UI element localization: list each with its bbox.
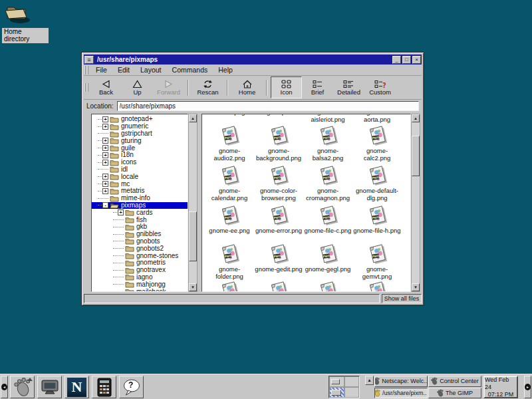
tree-item-i18n[interactable]: +i18n <box>92 152 188 159</box>
minimize-button[interactable]: _ <box>392 56 401 64</box>
file-partially-visible[interactable]: PNG <box>254 281 303 292</box>
tree-item-gnotravex[interactable]: gnotravex <box>92 267 188 274</box>
file-gnome-balsa2.png[interactable]: PNGgnome-balsa2.png <box>303 125 352 162</box>
toolbar-button-brief[interactable]: Brief <box>302 76 333 98</box>
tree-item-cards[interactable]: +cards <box>92 209 188 216</box>
expand-expander-icon[interactable]: + <box>102 174 108 180</box>
file-gnome-gedit.png[interactable]: PNGgnome-gedit.png <box>254 243 303 273</box>
task-button-the-gimp[interactable]: The GIMP <box>428 388 481 399</box>
tree-item-metatris[interactable]: +metatris <box>92 188 188 195</box>
tree-item-gnumeric[interactable]: +gnumeric <box>92 123 188 130</box>
tree-item-mailcheck[interactable]: mailcheck <box>92 288 188 292</box>
clock-applet[interactable]: Wed Feb 24 07:12 PM <box>483 376 518 398</box>
menu-file[interactable]: File <box>90 65 112 75</box>
menubar-grip-handle[interactable] <box>84 66 88 74</box>
tree-item-gnotepad+[interactable]: +gnotepad+ <box>92 116 188 123</box>
toolbar-button-back[interactable]: Back <box>90 76 122 98</box>
menu-edit[interactable]: Edit <box>112 65 135 75</box>
expand-expander-icon[interactable]: + <box>102 116 108 122</box>
expand-expander-icon[interactable]: + <box>102 145 108 151</box>
file-gnome-calc2.png[interactable]: PNGgnome-calc2.png <box>352 125 402 162</box>
expand-expander-icon[interactable]: + <box>102 188 108 194</box>
file-gnome-file-c.png[interactable]: PNGgnome-file-c.png <box>303 205 352 235</box>
tree-item-gnome-stones[interactable]: gnome-stones <box>92 252 188 259</box>
tree-item-mahjongg[interactable]: mahjongg <box>92 281 188 288</box>
file-gnome-folder.png[interactable]: PNGgnome-folder.png <box>205 243 254 280</box>
files-scrollbar-thumb[interactable] <box>412 136 420 176</box>
file-gnome-gemvt.png[interactable]: PNGgnome-gemvt.png <box>352 243 402 280</box>
file-gnome-audio2.png[interactable]: PNGgnome-audio2.png <box>205 125 254 162</box>
toolbar-button-rescan[interactable]: Rescan <box>192 76 223 98</box>
file-gnome-file-h.png[interactable]: PNGgnome-file-h.png <box>352 205 402 235</box>
scroll-up-arrow[interactable]: ▲ <box>412 114 420 122</box>
tree-item-icons[interactable]: +icons <box>92 159 188 166</box>
file-partially-visible[interactable]: PNG <box>205 281 254 292</box>
workspace-1[interactable] <box>329 376 344 387</box>
tree-scrollbar-thumb[interactable] <box>189 211 197 261</box>
workspace-4[interactable] <box>344 387 360 398</box>
tree-item-mc[interactable]: +mc <box>92 180 188 188</box>
file-partially-visible[interactable]: PNG <box>303 281 352 292</box>
file-gnome-color-browser.png[interactable]: PNGgnome-color-browser.png <box>254 165 303 201</box>
collapse-expander-icon[interactable]: - <box>102 202 108 208</box>
tree-item-gstripchart[interactable]: gstripchart <box>92 130 188 138</box>
workspace-pager[interactable] <box>329 376 360 398</box>
scroll-up-arrow[interactable]: ▲ <box>189 114 197 122</box>
scroll-down-arrow[interactable]: ▼ <box>189 283 197 291</box>
toolbar-button-up[interactable]: Up <box>122 76 153 98</box>
toolbar-button-detailed[interactable]: Detailed <box>333 76 364 98</box>
files-scrollbar[interactable]: ▲ ▼ <box>411 114 420 292</box>
tree-item-iagno[interactable]: iagno <box>92 274 188 281</box>
panel-hide-left-button[interactable]: ◂ <box>1 376 8 398</box>
scroll-down-arrow[interactable]: ▼ <box>412 283 420 291</box>
file-gkb.xpm[interactable]: PNGgkb.xpm <box>254 114 303 116</box>
file-gnome-aisleriot.png[interactable]: PNGgnome-aisleriot.png <box>303 114 352 123</box>
expand-expander-icon[interactable]: + <box>102 152 108 158</box>
calculator-launcher[interactable] <box>92 376 116 398</box>
tree-item-locale[interactable]: +locale <box>92 173 188 180</box>
task-button--usr-share-pixm-[interactable]: /usr/share/pixm... <box>374 388 428 399</box>
toolbar-button-forward[interactable]: Forward <box>153 76 184 98</box>
gnome-main-menu-button[interactable] <box>10 376 35 398</box>
task-button-control-center[interactable]: Control Center <box>428 376 481 387</box>
tree-item-gnobots2[interactable]: gnobots2 <box>92 245 188 252</box>
home-directory-shortcut[interactable]: Home directory <box>2 2 49 44</box>
file-gnome-aorta.png[interactable]: PNGgnome-aorta.png <box>352 114 402 123</box>
menu-layout[interactable]: Layout <box>135 65 167 75</box>
workspace-2[interactable] <box>344 376 360 387</box>
tree-item-pixmaps[interactable]: -pixmaps <box>92 202 188 209</box>
tree-item-gnometris[interactable]: gnometris <box>92 259 188 267</box>
file-partially-visible[interactable]: PNG <box>352 281 402 292</box>
toolbar-grip-handle[interactable] <box>84 83 88 92</box>
workspace-3-active[interactable] <box>329 387 344 398</box>
terminal-launcher[interactable] <box>37 376 62 398</box>
expand-expander-icon[interactable]: + <box>102 181 108 187</box>
window-titlebar[interactable]: ≡ /usr/share/pixmaps _ □ × <box>84 55 422 65</box>
task-button-netscape-welc-[interactable]: Netscape: Welc... <box>374 376 428 387</box>
expand-expander-icon[interactable]: + <box>118 209 124 215</box>
location-input[interactable] <box>117 101 419 111</box>
file-gnome-ee.png[interactable]: PNGgnome-ee.png <box>205 205 254 235</box>
tree-item-guile[interactable]: +guile <box>92 144 188 152</box>
file-gnome-cromagnon.png[interactable]: PNGgnome-cromagnon.png <box>303 165 352 201</box>
panel-hide-right-button[interactable]: ▸ <box>524 376 531 398</box>
maximize-button[interactable]: □ <box>402 56 411 64</box>
filter-status[interactable]: Show all files <box>382 294 422 303</box>
file-gnome-calendar.png[interactable]: PNGgnome-calendar.png <box>205 165 254 201</box>
tree-item-gturing[interactable]: +gturing <box>92 137 188 144</box>
file-emacs.png[interactable]: PNGemacs.png <box>205 114 254 116</box>
netscape-launcher[interactable]: N <box>65 376 89 398</box>
tree-scrollbar[interactable]: ▲ ▼ <box>188 114 198 292</box>
window-menu-icon[interactable]: ≡ <box>84 56 94 64</box>
menu-help[interactable]: Help <box>213 65 238 75</box>
tree-item-gkb[interactable]: gkb <box>92 223 188 231</box>
tree-item-mime-info[interactable]: mime-info <box>92 195 188 202</box>
file-gnome-default-dlg.png[interactable]: PNGgnome-default-dlg.png <box>352 165 402 201</box>
help-launcher[interactable]: ? <box>119 376 144 398</box>
toolbar-button-icon[interactable]: Icon <box>271 76 302 98</box>
toolbar-button-home[interactable]: Home <box>231 76 263 98</box>
tree-item-gnobots[interactable]: gnobots <box>92 238 188 245</box>
file-gnome-error.png[interactable]: PNGgnome-error.png <box>254 205 303 235</box>
tree-item-gnibbles[interactable]: gnibbles <box>92 231 188 238</box>
menu-commands[interactable]: Commands <box>167 65 213 75</box>
